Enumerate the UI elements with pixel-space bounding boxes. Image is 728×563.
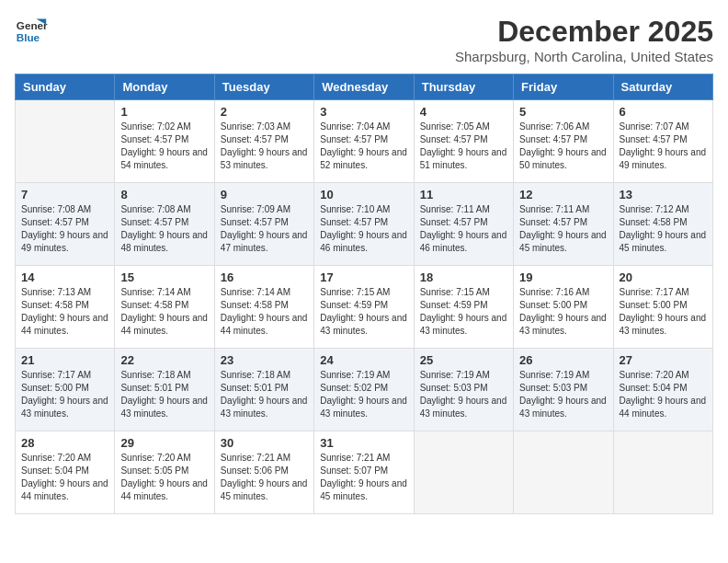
calendar-table: SundayMondayTuesdayWednesdayThursdayFrid… xyxy=(15,74,713,514)
calendar-day-cell: 4Sunrise: 7:05 AMSunset: 4:57 PMDaylight… xyxy=(414,100,513,183)
day-number: 6 xyxy=(620,105,707,119)
day-info: Sunrise: 7:19 AMSunset: 5:03 PMDaylight:… xyxy=(420,369,507,420)
day-info: Sunrise: 7:20 AMSunset: 5:05 PMDaylight:… xyxy=(120,452,208,503)
day-info: Sunrise: 7:18 AMSunset: 5:01 PMDaylight:… xyxy=(221,369,308,420)
location-subtitle: Sharpsburg, North Carolina, United State… xyxy=(455,49,713,64)
calendar-week-row: 14Sunrise: 7:13 AMSunset: 4:58 PMDayligh… xyxy=(16,266,713,349)
day-number: 27 xyxy=(620,353,707,367)
calendar-day-cell: 15Sunrise: 7:14 AMSunset: 4:58 PMDayligh… xyxy=(115,266,214,349)
day-info: Sunrise: 7:02 AMSunset: 4:57 PMDaylight:… xyxy=(120,121,208,172)
calendar-week-row: 1Sunrise: 7:02 AMSunset: 4:57 PMDaylight… xyxy=(16,100,713,183)
day-number: 30 xyxy=(221,436,308,450)
day-info: Sunrise: 7:08 AMSunset: 4:57 PMDaylight:… xyxy=(120,203,208,255)
day-number: 11 xyxy=(420,188,507,201)
calendar-week-row: 28Sunrise: 7:20 AMSunset: 5:04 PMDayligh… xyxy=(16,431,713,514)
day-info: Sunrise: 7:10 AMSunset: 4:57 PMDaylight:… xyxy=(320,203,407,255)
weekday-header: Wednesday xyxy=(314,75,414,100)
day-info: Sunrise: 7:06 AMSunset: 4:57 PMDaylight:… xyxy=(519,121,607,172)
day-info: Sunrise: 7:16 AMSunset: 5:00 PMDaylight:… xyxy=(519,286,607,338)
day-number: 25 xyxy=(420,353,507,367)
calendar-day-cell: 14Sunrise: 7:13 AMSunset: 4:58 PMDayligh… xyxy=(16,266,115,349)
logo: General Blue xyxy=(15,15,48,48)
calendar-day-cell: 23Sunrise: 7:18 AMSunset: 5:01 PMDayligh… xyxy=(214,349,313,431)
calendar-day-cell: 29Sunrise: 7:20 AMSunset: 5:05 PMDayligh… xyxy=(115,431,214,514)
calendar-day-cell: 3Sunrise: 7:04 AMSunset: 4:57 PMDaylight… xyxy=(314,100,414,183)
day-number: 31 xyxy=(320,436,407,450)
day-info: Sunrise: 7:21 AMSunset: 5:06 PMDaylight:… xyxy=(221,452,308,503)
day-number: 14 xyxy=(21,270,108,284)
day-info: Sunrise: 7:19 AMSunset: 5:02 PMDaylight:… xyxy=(320,369,407,420)
calendar-day-cell: 25Sunrise: 7:19 AMSunset: 5:03 PMDayligh… xyxy=(414,349,513,431)
day-info: Sunrise: 7:15 AMSunset: 4:59 PMDaylight:… xyxy=(420,286,507,338)
day-number: 13 xyxy=(620,188,707,201)
calendar-day-cell: 22Sunrise: 7:18 AMSunset: 5:01 PMDayligh… xyxy=(115,349,214,431)
day-number: 15 xyxy=(120,270,208,284)
day-info: Sunrise: 7:11 AMSunset: 4:57 PMDaylight:… xyxy=(519,203,607,255)
weekday-header: Sunday xyxy=(16,75,115,100)
day-info: Sunrise: 7:12 AMSunset: 4:58 PMDaylight:… xyxy=(620,203,707,255)
calendar-day-cell: 8Sunrise: 7:08 AMSunset: 4:57 PMDaylight… xyxy=(115,183,214,266)
calendar-day-cell: 11Sunrise: 7:11 AMSunset: 4:57 PMDayligh… xyxy=(414,183,513,266)
day-info: Sunrise: 7:17 AMSunset: 5:00 PMDaylight:… xyxy=(21,369,108,420)
day-number: 7 xyxy=(21,188,108,201)
calendar-day-cell: 24Sunrise: 7:19 AMSunset: 5:02 PMDayligh… xyxy=(314,349,414,431)
calendar-day-cell: 28Sunrise: 7:20 AMSunset: 5:04 PMDayligh… xyxy=(16,431,115,514)
calendar-day-cell: 10Sunrise: 7:10 AMSunset: 4:57 PMDayligh… xyxy=(314,183,414,266)
calendar-day-cell xyxy=(16,100,115,183)
day-number: 23 xyxy=(221,353,308,367)
day-number: 19 xyxy=(519,270,607,284)
calendar-day-cell: 20Sunrise: 7:17 AMSunset: 5:00 PMDayligh… xyxy=(613,266,712,349)
day-number: 22 xyxy=(120,353,208,367)
day-info: Sunrise: 7:08 AMSunset: 4:57 PMDaylight:… xyxy=(21,203,108,255)
calendar-day-cell xyxy=(613,431,712,514)
day-number: 2 xyxy=(221,105,308,119)
day-info: Sunrise: 7:17 AMSunset: 5:00 PMDaylight:… xyxy=(620,286,707,338)
weekday-header: Friday xyxy=(514,75,613,100)
day-info: Sunrise: 7:13 AMSunset: 4:58 PMDaylight:… xyxy=(21,286,108,338)
day-info: Sunrise: 7:14 AMSunset: 4:58 PMDaylight:… xyxy=(120,286,208,338)
logo-icon: General Blue xyxy=(15,15,48,48)
day-number: 4 xyxy=(420,105,507,119)
month-year-title: December 2025 xyxy=(455,15,713,49)
calendar-day-cell: 17Sunrise: 7:15 AMSunset: 4:59 PMDayligh… xyxy=(314,266,414,349)
day-number: 8 xyxy=(120,188,208,201)
calendar-day-cell: 6Sunrise: 7:07 AMSunset: 4:57 PMDaylight… xyxy=(613,100,712,183)
weekday-header: Thursday xyxy=(414,75,513,100)
calendar-day-cell: 9Sunrise: 7:09 AMSunset: 4:57 PMDaylight… xyxy=(214,183,313,266)
day-info: Sunrise: 7:09 AMSunset: 4:57 PMDaylight:… xyxy=(221,203,308,255)
day-number: 29 xyxy=(120,436,208,450)
day-info: Sunrise: 7:03 AMSunset: 4:57 PMDaylight:… xyxy=(221,121,308,172)
calendar-day-cell xyxy=(514,431,613,514)
day-info: Sunrise: 7:20 AMSunset: 5:04 PMDaylight:… xyxy=(21,452,108,503)
day-number: 21 xyxy=(21,353,108,367)
calendar-week-row: 21Sunrise: 7:17 AMSunset: 5:00 PMDayligh… xyxy=(16,349,713,431)
day-number: 16 xyxy=(221,270,308,284)
calendar-day-cell: 30Sunrise: 7:21 AMSunset: 5:06 PMDayligh… xyxy=(214,431,313,514)
day-number: 28 xyxy=(21,436,108,450)
day-info: Sunrise: 7:04 AMSunset: 4:57 PMDaylight:… xyxy=(320,121,407,172)
day-number: 5 xyxy=(519,105,607,119)
calendar-day-cell: 18Sunrise: 7:15 AMSunset: 4:59 PMDayligh… xyxy=(414,266,513,349)
calendar-day-cell: 1Sunrise: 7:02 AMSunset: 4:57 PMDaylight… xyxy=(115,100,214,183)
day-number: 9 xyxy=(221,188,308,201)
day-info: Sunrise: 7:19 AMSunset: 5:03 PMDaylight:… xyxy=(519,369,607,420)
day-number: 12 xyxy=(519,188,607,201)
day-info: Sunrise: 7:14 AMSunset: 4:58 PMDaylight:… xyxy=(221,286,308,338)
day-number: 20 xyxy=(620,270,707,284)
day-number: 26 xyxy=(519,353,607,367)
calendar-day-cell: 26Sunrise: 7:19 AMSunset: 5:03 PMDayligh… xyxy=(514,349,613,431)
day-number: 24 xyxy=(320,353,407,367)
calendar-day-cell: 16Sunrise: 7:14 AMSunset: 4:58 PMDayligh… xyxy=(214,266,313,349)
page-header: General Blue December 2025 Sharpsburg, N… xyxy=(15,15,713,64)
weekday-header: Monday xyxy=(115,75,214,100)
day-info: Sunrise: 7:21 AMSunset: 5:07 PMDaylight:… xyxy=(320,452,407,503)
calendar-day-cell: 2Sunrise: 7:03 AMSunset: 4:57 PMDaylight… xyxy=(214,100,313,183)
calendar-day-cell: 5Sunrise: 7:06 AMSunset: 4:57 PMDaylight… xyxy=(514,100,613,183)
calendar-day-cell: 19Sunrise: 7:16 AMSunset: 5:00 PMDayligh… xyxy=(514,266,613,349)
day-info: Sunrise: 7:05 AMSunset: 4:57 PMDaylight:… xyxy=(420,121,507,172)
calendar-day-cell: 31Sunrise: 7:21 AMSunset: 5:07 PMDayligh… xyxy=(314,431,414,514)
calendar-day-cell: 13Sunrise: 7:12 AMSunset: 4:58 PMDayligh… xyxy=(613,183,712,266)
calendar-week-row: 7Sunrise: 7:08 AMSunset: 4:57 PMDaylight… xyxy=(16,183,713,266)
day-info: Sunrise: 7:20 AMSunset: 5:04 PMDaylight:… xyxy=(620,369,707,420)
day-number: 3 xyxy=(320,105,407,119)
